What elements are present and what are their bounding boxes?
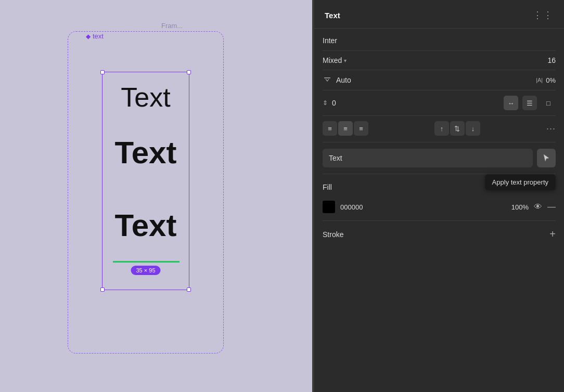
line-height-row: ⇕ 0 ↔ ☰ □: [323, 90, 556, 116]
text-align-group: ≡ ≡ ≡: [323, 121, 368, 136]
stroke-section-title: Stroke: [323, 230, 343, 239]
add-stroke-button[interactable]: +: [549, 228, 556, 240]
align-right-btn[interactable]: ≡: [354, 121, 368, 136]
text-item-1[interactable]: Text: [102, 82, 189, 113]
stroke-section-header: Stroke +: [323, 221, 556, 247]
remove-fill-minus-btn[interactable]: —: [547, 202, 556, 212]
handle-top-left[interactable]: [100, 70, 105, 74]
font-size-value[interactable]: 16: [547, 56, 556, 64]
chevron-down-icon: ▾: [344, 58, 347, 63]
panel-content: Inter Mixed ▾ 16 Auto |A|: [314, 29, 564, 392]
component-icon: ◆: [86, 33, 91, 40]
font-name[interactable]: Inter: [323, 36, 337, 45]
fill-section-header: Fill —: [323, 174, 556, 198]
letter-spacing-value[interactable]: 0%: [546, 76, 556, 84]
fill-color-swatch[interactable]: [323, 201, 335, 213]
valign-group: ↑ ⇅ ↓: [434, 121, 480, 136]
handle-top-right[interactable]: [187, 70, 191, 74]
apply-text-property-button[interactable]: Apply text property: [537, 149, 556, 167]
panel-title: Text: [325, 11, 340, 20]
canvas: Fram... ◆ text Text Text Text 35 × 95: [0, 0, 312, 392]
dot-3: [538, 186, 540, 188]
content-row: Apply text property: [323, 142, 556, 174]
fill-color-row: 000000 100% 👁 —: [323, 198, 556, 221]
green-underline: [113, 261, 180, 263]
size-badge: 35 × 95: [131, 266, 160, 275]
align-row: ≡ ≡ ≡ ↑ ⇅ ↓ ···: [323, 116, 556, 142]
right-panel: Text ⋮⋮ Inter Mixed ▾ 16: [314, 0, 564, 392]
fill-dots: [530, 186, 540, 188]
line-left: ⇕ 0: [323, 99, 336, 107]
fill-hex-value[interactable]: 000000: [340, 203, 506, 211]
text-item-2[interactable]: Text: [102, 135, 189, 171]
line-height-value[interactable]: 0: [332, 99, 336, 107]
line-right: ↔ ☰ □: [504, 96, 556, 110]
resize-horizontal-btn[interactable]: ↔: [504, 96, 518, 110]
inner-frame[interactable]: Text Text Text 35 × 95: [102, 72, 189, 290]
component-label: ◆ text: [86, 32, 104, 40]
letter-spacing-icon: |A|: [536, 77, 543, 83]
remove-fill-btn[interactable]: —: [546, 181, 556, 192]
auto-right: |A| 0%: [536, 76, 556, 84]
toggle-visibility-icon[interactable]: 👁: [534, 202, 542, 212]
fill-section-title: Fill: [323, 183, 332, 191]
more-options-btn[interactable]: ···: [546, 123, 556, 134]
svg-rect-0: [324, 77, 330, 79]
line-height-icon: [323, 75, 332, 85]
align-justify-btn[interactable]: ☰: [522, 96, 537, 110]
handle-bottom-right[interactable]: [187, 288, 191, 292]
valign-middle-btn[interactable]: ⇅: [450, 121, 465, 136]
font-name-row: Inter: [323, 29, 556, 51]
auto-left: Auto: [323, 75, 351, 85]
weight-selector[interactable]: Mixed ▾: [323, 56, 347, 64]
weight-label: Mixed: [323, 56, 342, 64]
panel-more-button[interactable]: ⋮⋮: [533, 9, 554, 21]
panel-header: Text ⋮⋮: [314, 0, 564, 29]
fill-opacity-value[interactable]: 100%: [511, 203, 529, 211]
component-name: text: [93, 32, 104, 40]
dot-1: [530, 186, 532, 188]
handle-bottom-left[interactable]: [100, 288, 105, 292]
auto-label[interactable]: Auto: [336, 76, 351, 84]
valign-top-btn[interactable]: ↑: [434, 121, 449, 136]
fill-header-actions: —: [530, 181, 556, 192]
apply-icon: [541, 153, 552, 163]
text-item-3[interactable]: Text: [102, 207, 189, 243]
content-text-input[interactable]: [323, 149, 533, 167]
frame-btn[interactable]: □: [541, 96, 556, 110]
frame-label: Fram...: [161, 22, 183, 30]
auto-row: Auto |A| 0%: [323, 70, 556, 90]
line-height-spacing-icon: ⇕: [323, 99, 328, 107]
align-left-btn[interactable]: ≡: [323, 121, 337, 136]
size-weight-row: Mixed ▾ 16: [323, 51, 556, 70]
align-center-btn[interactable]: ≡: [338, 121, 353, 136]
dot-2: [534, 186, 536, 188]
valign-bottom-btn[interactable]: ↓: [466, 121, 480, 136]
